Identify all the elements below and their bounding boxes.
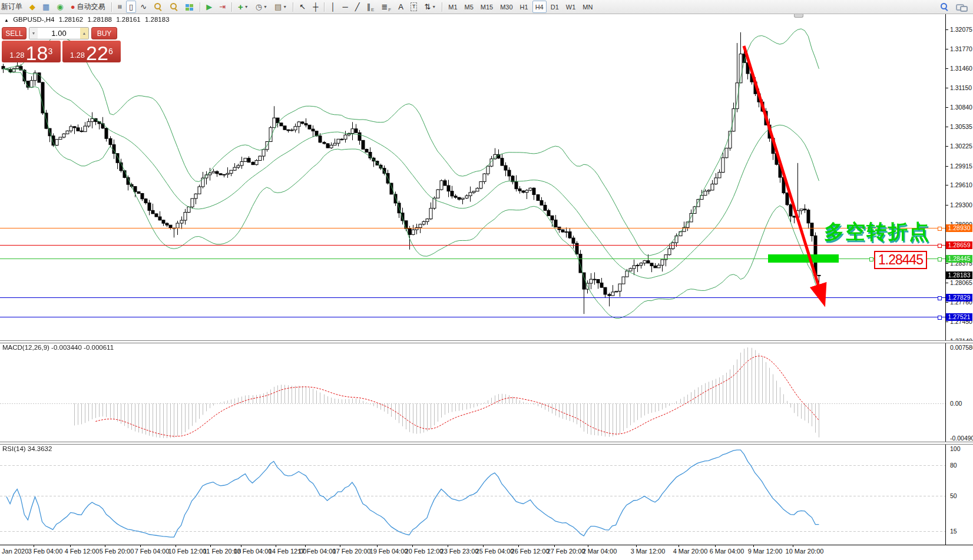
- panel-grip[interactable]: [794, 14, 803, 18]
- price-axis-label: 1.31770: [950, 45, 972, 52]
- rsi-axis-label: 50: [950, 492, 957, 499]
- horizontal-line-icon: ─: [343, 3, 348, 11]
- resistance-line-2[interactable]: [0, 245, 945, 246]
- tile-windows-icon[interactable]: [183, 1, 197, 13]
- shapes-icon[interactable]: ⇅▼: [421, 1, 439, 13]
- timeframe-button-m1[interactable]: M1: [445, 1, 460, 13]
- new-order-button[interactable]: 新订单: [0, 1, 25, 13]
- ohlc-open: 1.28162: [59, 16, 84, 23]
- support-line-2[interactable]: [0, 317, 945, 317]
- bar-chart-icon[interactable]: ≡: [115, 1, 125, 13]
- green-highlight-zone[interactable]: [768, 254, 839, 263]
- text-icon[interactable]: A: [395, 1, 406, 13]
- cursor-icon[interactable]: ↖: [296, 1, 309, 13]
- fibonacci-icon-sub: F: [388, 7, 391, 12]
- sell-price-panel[interactable]: 1.28 18 3: [2, 41, 61, 62]
- crosshair-icon[interactable]: ┼: [310, 1, 321, 13]
- volume-input[interactable]: [38, 28, 80, 39]
- add-indicator-icon[interactable]: +▼: [235, 1, 251, 13]
- candlestick-chart-icon[interactable]: ▯: [126, 1, 136, 13]
- panel-separator[interactable]: [0, 340, 973, 343]
- buy-price-small: 1.28: [70, 49, 85, 62]
- fibonacci-icon[interactable]: ≣F: [378, 1, 394, 13]
- price-badge: 1.28183: [946, 271, 972, 279]
- timeframe-button-w1[interactable]: W1: [563, 1, 579, 13]
- periods-icon[interactable]: ◷▼: [253, 1, 270, 13]
- volume-up-button[interactable]: ▲: [80, 28, 88, 39]
- timeframe-button-h1[interactable]: H1: [517, 1, 531, 13]
- collapse-marker[interactable]: ▲: [4, 18, 9, 23]
- trendline-icon[interactable]: ╱: [352, 1, 363, 13]
- zoom-in-icon: [154, 2, 163, 11]
- equidistant-channel-icon: ∥: [367, 3, 371, 11]
- macd-canvas[interactable]: [0, 342, 945, 442]
- support-line-1[interactable]: [0, 297, 945, 298]
- rsi-value: 34.3632: [28, 445, 52, 452]
- search-button[interactable]: [937, 1, 952, 13]
- rsi-axis-label: 80: [950, 462, 957, 469]
- macd-axis-label: 0.007586: [950, 344, 973, 351]
- resistance-line-1[interactable]: [0, 228, 945, 228]
- chat-button[interactable]: [953, 1, 970, 13]
- auto-scroll-icon[interactable]: ▶: [203, 1, 215, 13]
- toolbar-right-group: [936, 1, 971, 13]
- line-chart-icon[interactable]: ∿: [137, 1, 150, 13]
- price-axis-label: 1.30535: [950, 123, 972, 130]
- label-icon: T: [411, 2, 418, 11]
- line-anchor[interactable]: [938, 296, 942, 300]
- sell-button[interactable]: SELL: [2, 27, 27, 39]
- price-axis-label: 1.28065: [950, 279, 972, 286]
- chart-symbol-label: GBPUSD-,H4: [13, 16, 54, 23]
- label-icon[interactable]: T: [408, 1, 421, 13]
- gold-icon[interactable]: ◆: [27, 1, 38, 13]
- line-anchor[interactable]: [938, 227, 942, 231]
- timeframe-button-m15[interactable]: M15: [478, 1, 496, 13]
- rsi-axis-label: 15: [950, 528, 957, 535]
- candlestick-canvas[interactable]: [0, 14, 945, 340]
- timeframe-button-m5[interactable]: M5: [462, 1, 476, 13]
- auto-trading-button[interactable]: ●自动交易: [68, 1, 108, 13]
- price-axis-label: 1.30225: [950, 143, 972, 150]
- panel-separator[interactable]: [0, 442, 973, 445]
- auto-trading: ●: [71, 3, 75, 11]
- buy-price-sup: 6: [108, 41, 113, 62]
- price-badge: 1.27521: [946, 313, 972, 321]
- price-callout-box[interactable]: 1.28445: [874, 251, 927, 269]
- timeframe-button-d1[interactable]: D1: [548, 1, 562, 13]
- templates-icon[interactable]: ▤▼: [272, 1, 290, 13]
- line-chart-icon: ∿: [140, 3, 147, 11]
- horizontal-line-icon[interactable]: ─: [340, 1, 351, 13]
- sell-price-big: 18: [26, 44, 48, 62]
- timeframe-button-h4[interactable]: H4: [532, 1, 547, 13]
- fibonacci-icon: ≣: [381, 3, 388, 11]
- line-anchor[interactable]: [869, 257, 873, 261]
- time-axis-border: [0, 545, 973, 545]
- line-anchor[interactable]: [938, 244, 942, 248]
- line-anchor[interactable]: [938, 316, 942, 320]
- chart-shift-icon[interactable]: ⇥: [216, 1, 229, 13]
- time-axis-label: 2 Mar 04:00: [573, 548, 626, 555]
- macd-value-2: -0.000611: [84, 344, 114, 351]
- volume-down-button[interactable]: ▼: [29, 28, 38, 39]
- chinese-annotation[interactable]: 多空转折点: [824, 218, 930, 246]
- tile-windows-icon: [186, 4, 194, 11]
- price-badge: 1.27829: [946, 294, 972, 301]
- timeframe-button-m30[interactable]: M30: [497, 1, 515, 13]
- zoom-out-icon[interactable]: [167, 1, 181, 13]
- timeframe-button-mn[interactable]: MN: [580, 1, 595, 13]
- equidistant-channel-icon[interactable]: ∥E: [364, 1, 378, 13]
- price-axis-label: 1.32075: [950, 26, 972, 33]
- signal-icon[interactable]: ◉: [54, 1, 66, 13]
- buy-price-panel[interactable]: 1.28 22 6: [62, 41, 121, 62]
- macd-value-1: -0.003440: [51, 344, 82, 351]
- price-badge: 1.28930: [946, 224, 972, 232]
- vertical-line-icon[interactable]: │: [327, 1, 338, 13]
- top-toolbar: 新订单◆▦◉●自动交易≡▯∿▶⇥+▼◷▼▤▼↖┼│─╱∥E≣FAT⇅▼M1M5M…: [0, 0, 973, 14]
- chart-window-icon[interactable]: ▦: [39, 1, 52, 13]
- sell-price-small: 1.28: [9, 49, 24, 62]
- rsi-canvas[interactable]: [0, 443, 945, 545]
- line-anchor[interactable]: [938, 257, 942, 261]
- buy-button[interactable]: BUY: [91, 27, 117, 39]
- toolbar-separator: [293, 2, 293, 12]
- zoom-in-icon[interactable]: [151, 1, 166, 13]
